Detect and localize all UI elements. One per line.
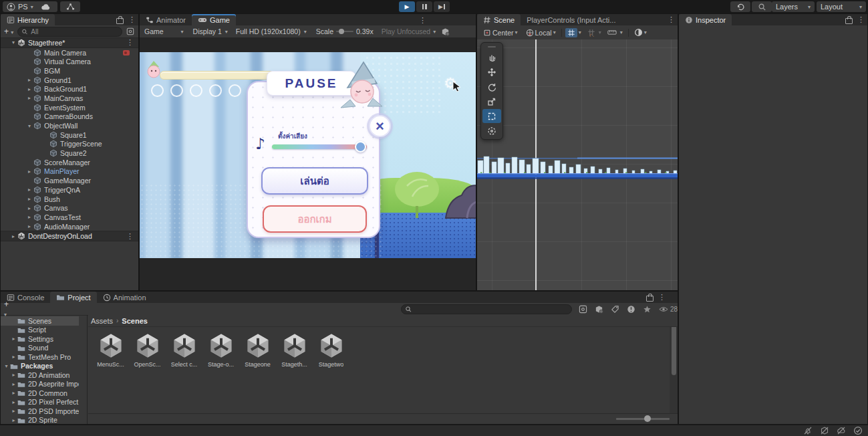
resolution-dropdown[interactable]: Full HD (1920x1080)▾ bbox=[236, 27, 307, 35]
cloud-services-button[interactable] bbox=[35, 1, 57, 12]
expand-arrow[interactable]: ▸ bbox=[9, 233, 17, 239]
zoom-slider-knob[interactable] bbox=[644, 415, 651, 422]
package-visibility-icon[interactable] bbox=[595, 305, 603, 314]
tab-scene[interactable]: Scene bbox=[477, 14, 521, 25]
tool-settings-button[interactable] bbox=[605, 28, 619, 37]
package-activity-off-icon[interactable] bbox=[820, 426, 829, 435]
hierarchy-search-input[interactable] bbox=[31, 28, 118, 35]
panel-menu-button[interactable]: ⋮ bbox=[658, 293, 666, 302]
tab-project[interactable]: Project bbox=[50, 292, 96, 303]
hierarchy-item-dontdestroyonload[interactable]: ▸DontDestroyOnLoad⋮ bbox=[1, 231, 138, 241]
pick-filter-icon[interactable] bbox=[126, 27, 134, 35]
account-dropdown[interactable]: PS ▾ bbox=[3, 1, 37, 12]
tab-inspector[interactable]: Inspector bbox=[679, 14, 732, 25]
layers-dropdown[interactable]: Layers ▾ bbox=[772, 1, 815, 12]
expand-arrow[interactable]: ▸ bbox=[10, 390, 17, 396]
project-folder-2d-sprite[interactable]: ▸2D Sprite bbox=[1, 416, 79, 425]
favorites-star-icon[interactable] bbox=[643, 305, 652, 314]
expand-arrow[interactable]: ▸ bbox=[10, 408, 17, 414]
expand-arrow[interactable]: ▸ bbox=[10, 381, 17, 387]
hierarchy-search[interactable] bbox=[17, 27, 122, 37]
create-add-button[interactable]: + ▾ bbox=[4, 27, 13, 36]
asset-stage-o[interactable]: Stage-o... bbox=[202, 332, 239, 368]
hierarchy-item-square2[interactable]: Square2 bbox=[1, 148, 138, 158]
project-folder-sound[interactable]: Sound bbox=[1, 344, 79, 353]
continue-button[interactable]: เล่นต่อ bbox=[261, 167, 368, 195]
close-button[interactable]: × bbox=[369, 115, 391, 137]
tab-animation[interactable]: Animation bbox=[97, 292, 152, 303]
collab-button[interactable] bbox=[60, 1, 80, 12]
breadcrumb-root[interactable]: Assets bbox=[91, 317, 113, 325]
hierarchy-item-main-camera[interactable]: Main Camera bbox=[1, 48, 138, 58]
project-folder-textmesh-pro[interactable]: ▸TextMesh Pro bbox=[1, 352, 79, 362]
layout-dropdown[interactable]: Layout ▾ bbox=[817, 1, 866, 12]
scale-slider[interactable] bbox=[336, 31, 353, 32]
play-button[interactable]: ▶ bbox=[399, 1, 415, 12]
expand-arrow[interactable]: ▸ bbox=[25, 205, 33, 211]
hierarchy-item-triggerscene[interactable]: TriggerScene bbox=[1, 140, 138, 149]
pause-button[interactable] bbox=[416, 1, 432, 12]
search-by-type-icon[interactable] bbox=[579, 305, 587, 314]
project-folder-settings[interactable]: ▸Settings bbox=[1, 334, 79, 344]
asset-menusc[interactable]: MenuSc... bbox=[92, 332, 129, 368]
item-menu-button[interactable]: ⋮ bbox=[126, 232, 134, 241]
lock-icon[interactable] bbox=[845, 18, 853, 24]
panel-menu-button[interactable]: ⋮ bbox=[857, 15, 865, 24]
panel-menu-button[interactable]: ⋮ bbox=[668, 15, 675, 24]
game-view-dropdown[interactable]: Game▾ bbox=[144, 27, 184, 35]
asset-select-c[interactable]: Select c... bbox=[166, 332, 202, 368]
expand-arrow[interactable]: ▸ bbox=[25, 169, 33, 175]
hierarchy-item-camerabounds[interactable]: CameraBounds bbox=[1, 112, 138, 122]
hierarchy-item-eventsystem[interactable]: EventSystem bbox=[1, 103, 138, 112]
global-search-button[interactable] bbox=[752, 1, 772, 12]
expand-arrow[interactable]: ▾ bbox=[3, 363, 10, 369]
expand-arrow[interactable]: ▸ bbox=[25, 223, 33, 229]
item-menu-button[interactable]: ⋮ bbox=[126, 38, 134, 47]
hierarchy-item-scoremanager[interactable]: ScoreManager bbox=[1, 158, 138, 167]
tab-playercontrols[interactable]: PlayerControls (Input Acti... bbox=[521, 14, 621, 25]
tab-hierarchy[interactable]: Hierarchy bbox=[1, 14, 55, 25]
project-folder-2d-pixel-perfect[interactable]: ▸2D Pixel Perfect bbox=[1, 398, 79, 407]
asset-stageone[interactable]: Stageone bbox=[239, 332, 276, 368]
expand-arrow[interactable]: ▾ bbox=[9, 39, 17, 45]
scene-viewport[interactable] bbox=[477, 39, 678, 290]
asset-stagetwo[interactable]: Stagetwo bbox=[313, 332, 349, 368]
notifications-muted-icon[interactable] bbox=[803, 426, 813, 435]
rect-tool-button[interactable] bbox=[482, 109, 501, 123]
expand-arrow[interactable]: ▸ bbox=[25, 187, 33, 193]
progress-complete-icon[interactable] bbox=[853, 426, 863, 435]
hierarchy-item-audiomanager[interactable]: ▸AudioManager bbox=[1, 222, 138, 231]
rotate-tool-button[interactable] bbox=[482, 80, 501, 94]
lock-icon[interactable] bbox=[646, 296, 654, 302]
thumbnail-zoom-slider[interactable] bbox=[616, 418, 670, 420]
hierarchy-item-bgm[interactable]: BGM bbox=[1, 66, 138, 76]
cloud-offline-icon[interactable] bbox=[837, 426, 846, 435]
project-folder-script[interactable]: Script bbox=[1, 326, 79, 335]
step-button[interactable]: ▶ bbox=[434, 1, 450, 12]
grid-visibility-button[interactable] bbox=[565, 28, 577, 37]
hierarchy-item-background1[interactable]: ▸BackGround1 bbox=[1, 84, 138, 94]
panel-menu-button[interactable]: ⋮ bbox=[128, 15, 136, 24]
hierarchy-item-mainplayer[interactable]: ▸MainPlayer bbox=[1, 167, 138, 177]
volume-slider[interactable] bbox=[272, 144, 367, 149]
move-tool-button[interactable] bbox=[482, 65, 501, 79]
search-saved-icon[interactable] bbox=[627, 305, 635, 314]
expand-arrow[interactable]: ▸ bbox=[25, 196, 33, 202]
expand-arrow[interactable]: ▾ bbox=[25, 123, 33, 129]
hierarchy-item-ground1[interactable]: ▸Ground1 bbox=[1, 76, 138, 85]
transform-tool-button[interactable] bbox=[482, 124, 501, 138]
project-folder-2d-aseprite-importer[interactable]: ▸2D Aseprite Importer bbox=[1, 380, 79, 389]
expand-arrow[interactable]: ▸ bbox=[25, 95, 33, 101]
expand-arrow[interactable]: ▸ bbox=[10, 354, 17, 360]
project-folder-scenes[interactable]: Scenes bbox=[1, 316, 79, 326]
expand-arrow[interactable]: ▸ bbox=[10, 417, 17, 423]
asset-stageth[interactable]: Stageth... bbox=[276, 332, 313, 368]
palette-drag-handle[interactable] bbox=[482, 44, 501, 49]
project-folder-2d-common[interactable]: ▸2D Common bbox=[1, 389, 79, 398]
project-search[interactable] bbox=[401, 304, 572, 314]
hierarchy-item-maincanvas[interactable]: ▸MainCanvas bbox=[1, 94, 138, 103]
project-folder-2d-psd-importer[interactable]: ▸2D PSD Importer bbox=[1, 407, 79, 416]
tab-animator[interactable]: Animator bbox=[140, 14, 192, 25]
hierarchy-item-objectwall[interactable]: ▾ObjectWall bbox=[1, 121, 138, 130]
play-unfocused-dropdown[interactable]: Play Unfocused▾ bbox=[382, 27, 436, 35]
